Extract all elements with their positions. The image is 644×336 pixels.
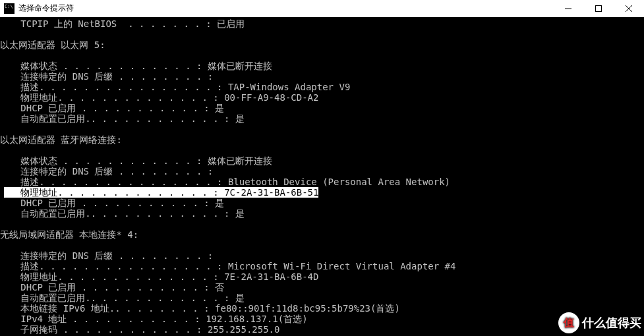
window-titlebar: 选择命令提示符 [0,0,644,17]
output-line: 物理地址. . . . . . . . . . . . . . : 00-FF-… [0,92,644,103]
output-line: 物理地址. . . . . . . . . . . . . . : 7E-2A-… [0,271,644,282]
adapter-header-eth5: 以太网适配器 以太网 5: [0,40,644,50]
blank-line [0,219,644,229]
window-title: 选择命令提示符 [18,3,553,14]
output-line: 描述. . . . . . . . . . . . . . . . : Micr… [0,261,644,271]
output-line: DHCP 已启用 . . . . . . . . . . . : 是 [0,198,644,208]
output-line: IPv4 地址 . . . . . . . . . . . : 192.168.… [0,314,644,324]
adapter-header-bluetooth: 以太网适配器 蓝牙网络连接: [0,134,644,145]
close-button[interactable] [614,0,644,16]
output-line: 自动配置已启用.. . . . . . . . . . . . : 是 [0,113,644,124]
blank-line [0,124,644,134]
blank-line [0,145,644,155]
output-line: 媒体状态 . . . . . . . . . . . . : 媒体已断开连接 [0,155,644,166]
minimize-button[interactable] [553,0,583,16]
output-line: DHCP 已启用 . . . . . . . . . . . : 是 [0,103,644,113]
blank-line [0,240,644,250]
blank-line [0,50,644,61]
terminal-output[interactable]: TCPIP 上的 NetBIOS . . . . . . . : 已启用 以太网… [0,17,644,336]
window-controls [553,0,644,16]
output-line: 连接特定的 DNS 后缀 . . . . . . . . : [0,71,644,82]
output-line: 连接特定的 DNS 后缀 . . . . . . . . : [0,166,644,177]
maximize-button[interactable] [583,0,614,16]
output-line: 描述. . . . . . . . . . . . . . . . : TAP-… [0,82,644,92]
output-line: TCPIP 上的 NetBIOS . . . . . . . : 已启用 [0,18,644,29]
output-line: 本地链接 IPv6 地址.. . . . . . . . : fe80::901… [0,303,644,314]
adapter-header-wlan: 无线局域网适配器 本地连接* 4: [0,229,644,240]
output-line: 子网掩码 . . . . . . . . . . . . : 255.255.2… [0,324,644,335]
cmd-icon [4,3,15,14]
output-line: 自动配置已启用.. . . . . . . . . . . . : 是 [0,293,644,303]
output-line: 自动配置已启用.. . . . . . . . . . . . : 是 [0,208,644,219]
svg-rect-1 [596,5,602,11]
output-line: 连接特定的 DNS 后缀 . . . . . . . . : [0,250,644,261]
output-line: 媒体状态 . . . . . . . . . . . . : 媒体已断开连接 [0,61,644,71]
output-line: DHCP 已启用 . . . . . . . . . . . : 否 [0,282,644,293]
output-line: 描述. . . . . . . . . . . . . . . . : Blue… [0,177,644,187]
output-line-highlighted: 物理地址. . . . . . . . . . . . . . : 7C-2A-… [0,187,644,198]
blank-line [0,29,644,40]
